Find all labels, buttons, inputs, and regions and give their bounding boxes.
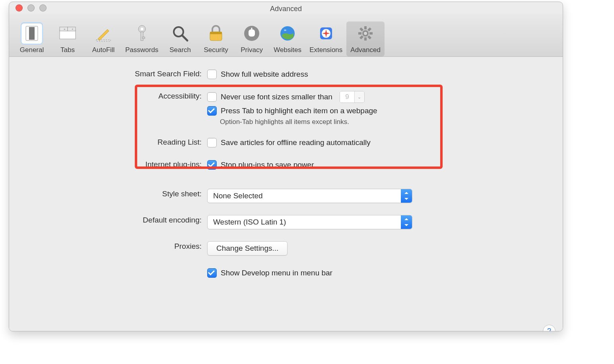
- tab-label: Search: [169, 46, 191, 54]
- change-proxies-button[interactable]: Change Settings...: [207, 241, 288, 256]
- proxies-label: Proxies:: [9, 241, 207, 252]
- tab-privacy[interactable]: Privacy: [234, 21, 270, 56]
- titlebar: Advanced: [9, 2, 563, 14]
- tab-general[interactable]: General: [14, 21, 50, 56]
- websites-icon: [277, 23, 298, 44]
- tab-label: General: [20, 46, 44, 54]
- tab-search[interactable]: Search: [162, 21, 198, 56]
- svg-line-31: [368, 28, 371, 31]
- tab-passwords[interactable]: Passwords: [121, 21, 162, 56]
- general-icon: [21, 23, 42, 44]
- tabs-icon: × +: [57, 23, 78, 44]
- svg-rect-1: [29, 27, 35, 40]
- tab-highlight-label: Press Tab to highlight each item on a we…: [221, 106, 377, 115]
- svg-point-33: [364, 32, 367, 35]
- svg-line-32: [360, 36, 363, 39]
- change-proxies-label: Change Settings...: [216, 244, 278, 253]
- tab-label: Security: [204, 46, 228, 54]
- offline-reading-checkbox[interactable]: [207, 138, 217, 147]
- style-sheet-value: None Selected: [213, 192, 263, 200]
- tab-tabs[interactable]: × + Tabs: [50, 21, 85, 56]
- svg-rect-16: [210, 32, 222, 34]
- min-font-checkbox[interactable]: [207, 92, 217, 102]
- svg-rect-12: [142, 37, 145, 39]
- svg-line-29: [360, 28, 363, 31]
- security-icon: [206, 23, 226, 44]
- tab-websites[interactable]: Websites: [270, 21, 305, 56]
- svg-rect-11: [141, 32, 143, 41]
- svg-line-14: [182, 35, 187, 41]
- help-icon: ?: [547, 327, 551, 332]
- close-window-button[interactable]: [16, 4, 23, 12]
- help-button[interactable]: ?: [543, 325, 556, 331]
- minimize-window-button[interactable]: [27, 4, 35, 12]
- tab-highlight-hint: Option-Tab highlights all items except l…: [220, 118, 377, 126]
- reading-list-label: Reading List:: [9, 137, 207, 147]
- develop-menu-label: Show Develop menu in menu bar: [221, 269, 332, 277]
- offline-reading-label: Save articles for offline reading automa…: [221, 138, 371, 147]
- develop-menu-checkbox[interactable]: [207, 268, 217, 278]
- tab-label: Privacy: [241, 46, 263, 54]
- tab-label: Websites: [274, 46, 301, 54]
- plugins-label: Internet plug-ins:: [9, 159, 207, 170]
- svg-text:+: +: [72, 27, 74, 31]
- svg-line-30: [368, 36, 371, 39]
- show-full-url-checkbox[interactable]: [207, 70, 217, 79]
- svg-rect-2: [60, 30, 76, 39]
- svg-point-10: [140, 28, 143, 31]
- autofill-icon: [93, 23, 114, 44]
- tab-label: Extensions: [309, 46, 342, 54]
- min-font-label: Never use font sizes smaller than: [221, 93, 332, 101]
- svg-rect-18: [249, 29, 255, 37]
- zoom-window-button[interactable]: [39, 4, 47, 12]
- tab-advanced[interactable]: Advanced: [346, 21, 385, 56]
- min-font-stepper[interactable]: 9 ⌄: [340, 91, 365, 103]
- chevron-down-icon[interactable]: ⌄: [354, 91, 364, 103]
- passwords-icon: [132, 23, 152, 44]
- tab-security[interactable]: Security: [198, 21, 234, 56]
- show-full-url-label: Show full website address: [221, 70, 308, 79]
- select-arrows-icon: [401, 215, 412, 229]
- min-font-value: 9: [340, 91, 354, 103]
- svg-marker-7: [98, 29, 109, 41]
- svg-point-20: [284, 29, 286, 31]
- tab-extensions[interactable]: Extensions: [305, 21, 346, 56]
- tab-label: AutoFill: [92, 46, 115, 54]
- tab-label: Advanced: [350, 46, 381, 54]
- smart-search-label: Smart Search Field:: [9, 69, 207, 79]
- stop-plugins-label: Stop plug-ins to save power: [221, 161, 314, 169]
- prefs-toolbar: General × + Tabs AutoFill: [9, 14, 563, 57]
- style-sheet-select[interactable]: None Selected: [207, 189, 412, 203]
- window-title: Advanced: [9, 5, 563, 13]
- tab-label: Passwords: [125, 46, 158, 54]
- style-sheet-label: Style sheet:: [9, 189, 207, 199]
- svg-rect-8: [96, 40, 111, 41]
- advanced-icon: [355, 23, 376, 44]
- tab-highlight-checkbox[interactable]: [207, 106, 217, 116]
- advanced-pane: Smart Search Field: Show full website ad…: [9, 57, 563, 331]
- extensions-icon: [316, 23, 336, 44]
- encoding-label: Default encoding:: [9, 215, 207, 225]
- accessibility-label: Accessibility:: [9, 91, 207, 101]
- select-arrows-icon: [401, 189, 412, 203]
- privacy-icon: [241, 23, 262, 44]
- search-icon: [170, 23, 190, 44]
- traffic-lights: [16, 4, 47, 12]
- encoding-value: Western (ISO Latin 1): [213, 218, 286, 227]
- stop-plugins-checkbox[interactable]: [207, 160, 217, 170]
- encoding-select[interactable]: Western (ISO Latin 1): [207, 215, 412, 229]
- tab-label: Tabs: [60, 46, 75, 54]
- svg-text:×: ×: [64, 27, 66, 31]
- tab-autofill[interactable]: AutoFill: [85, 21, 121, 56]
- preferences-window: Advanced General × + T: [9, 2, 563, 331]
